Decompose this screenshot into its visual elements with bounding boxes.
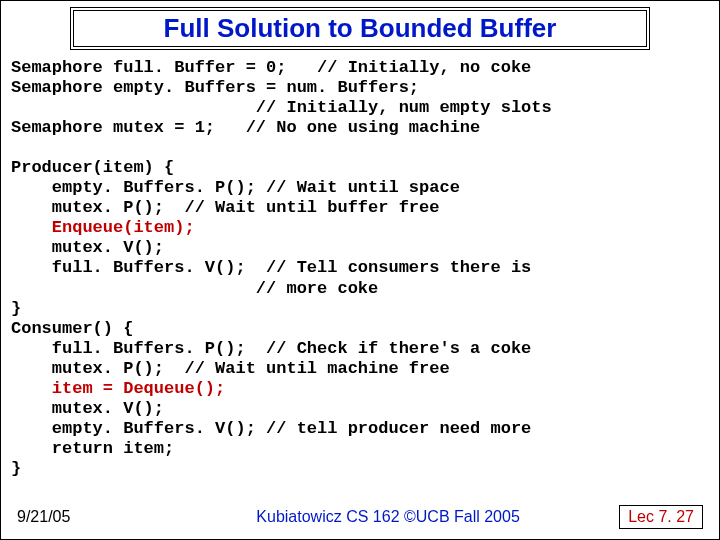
code-line: full. Buffers. P(); // Check if there's …: [11, 339, 531, 358]
code-line-dequeue: item = Dequeue();: [11, 379, 225, 398]
code-line-enqueue: Enqueue(item);: [11, 218, 195, 237]
code-line: Semaphore empty. Buffers = num. Buffers;: [11, 78, 419, 97]
code-line: }: [11, 459, 21, 478]
code-line: Semaphore full. Buffer = 0; // Initially…: [11, 58, 531, 77]
code-line: }: [11, 299, 21, 318]
code-line: // more coke: [11, 279, 378, 298]
code-line: return item;: [11, 439, 174, 458]
footer: 9/21/05 Kubiatowicz CS 162 ©UCB Fall 200…: [1, 505, 719, 529]
code-line: mutex. P(); // Wait until machine free: [11, 359, 450, 378]
code-line: // Initially, num empty slots: [11, 98, 552, 117]
slide: Full Solution to Bounded Buffer Semaphor…: [0, 0, 720, 540]
code-block: Semaphore full. Buffer = 0; // Initially…: [11, 58, 709, 479]
title-box: Full Solution to Bounded Buffer: [70, 7, 650, 50]
code-line: full. Buffers. V(); // Tell consumers th…: [11, 258, 531, 277]
code-line: empty. Buffers. V(); // tell producer ne…: [11, 419, 531, 438]
footer-date: 9/21/05: [17, 508, 157, 526]
code-line: mutex. P(); // Wait until buffer free: [11, 198, 439, 217]
code-line: Semaphore mutex = 1; // No one using mac…: [11, 118, 480, 137]
code-line: mutex. V();: [11, 399, 164, 418]
code-line: Consumer() {: [11, 319, 133, 338]
footer-course: Kubiatowicz CS 162 ©UCB Fall 2005: [157, 508, 619, 526]
slide-title: Full Solution to Bounded Buffer: [80, 13, 640, 44]
code-line: Producer(item) {: [11, 158, 174, 177]
code-line: empty. Buffers. P(); // Wait until space: [11, 178, 460, 197]
code-line: mutex. V();: [11, 238, 164, 257]
footer-lecture: Lec 7. 27: [619, 505, 703, 529]
